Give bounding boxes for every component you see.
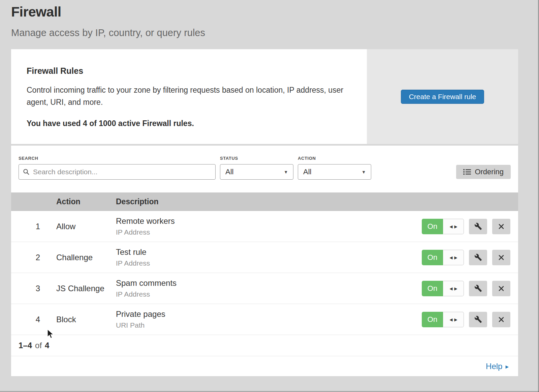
x-icon [498,316,505,323]
firewall-rules-overview-card: Firewall Rules Control incoming traffic … [11,49,518,144]
delete-rule-button[interactable] [492,281,510,296]
rule-match-type: IP Address [116,228,422,236]
edit-rule-button[interactable] [469,219,487,234]
status-select-value: All [225,168,233,176]
toggle-state-label[interactable]: On [422,219,443,234]
search-field: SEARCH [19,156,216,180]
rule-description-cell: Private pages URI Path [116,309,422,329]
toggle-arrows-icon: ◂ ▸ [449,254,457,261]
toggle-arrows-icon: ◂ ▸ [449,285,457,292]
table-row: 3 JS Challenge Spam comments IP Address … [11,273,518,304]
edit-rule-button[interactable] [469,250,487,265]
rule-controls: On ◂ ▸ [422,281,518,296]
help-label: Help [486,362,502,371]
pagination-of: of [35,341,42,350]
action-label: ACTION [298,156,371,161]
status-select[interactable]: All ▼ [220,164,293,180]
table-row: 4 Block Private pages URI Path On ◂ ▸ [11,304,518,335]
column-header-description: Description [116,197,422,206]
create-firewall-rule-button[interactable]: Create a Firewall rule [401,90,484,104]
rule-description-cell: Spam comments IP Address [116,278,422,298]
search-icon [23,168,30,175]
rule-number: 4 [11,315,56,324]
toggle-state-label[interactable]: On [422,250,443,265]
search-input[interactable] [19,164,216,180]
rule-action: Challenge [56,253,116,262]
x-icon [498,223,505,230]
status-label: STATUS [220,156,293,161]
wrench-icon [474,222,482,230]
rule-description: Remote workers [116,216,422,226]
search-label: SEARCH [19,156,216,161]
column-header-action: Action [56,197,116,206]
page-subtitle: Manage access by IP, country, or query r… [11,27,539,38]
rule-match-type: URI Path [116,321,422,329]
delete-rule-button[interactable] [492,250,510,265]
overview-description: Control incoming traffic to your zone by… [27,84,363,108]
rule-enabled-toggle[interactable]: On ◂ ▸ [422,250,464,265]
ordering-label: Ordering [475,168,504,176]
page-title: Firewall [11,4,539,20]
list-icon [463,169,471,175]
rule-action: JS Challenge [56,284,116,293]
pagination-total: 4 [45,341,49,350]
toggle-knob[interactable]: ◂ ▸ [443,312,464,327]
overview-action-panel: Create a Firewall rule [367,49,518,144]
rule-enabled-toggle[interactable]: On ◂ ▸ [422,312,464,327]
toggle-knob[interactable]: ◂ ▸ [443,250,464,265]
overview-usage: You have used 4 of 1000 active Firewall … [27,119,367,128]
rule-description: Test rule [116,247,422,257]
firewall-page: Firewall Manage access by IP, country, o… [0,0,539,392]
pagination-range: 1–4 [19,341,32,350]
x-icon [498,285,505,292]
search-input-wrap [19,164,216,180]
chevron-down-icon: ▼ [284,170,288,175]
help-link[interactable]: Help ▸ [486,362,509,371]
rule-enabled-toggle[interactable]: On ◂ ▸ [422,281,464,296]
firewall-rules-list-card: SEARCH STATUS All [11,146,518,376]
status-field: STATUS All ▼ [220,156,293,180]
delete-rule-button[interactable] [492,219,510,234]
mouse-cursor [46,329,55,339]
rule-description: Spam comments [116,278,422,288]
help-row: Help ▸ [11,356,518,376]
rule-controls: On ◂ ▸ [422,250,518,265]
overview-heading: Firewall Rules [27,66,367,76]
ordering-button[interactable]: Ordering [456,165,511,179]
wrench-icon [474,253,482,261]
chevron-down-icon: ▼ [361,170,366,175]
rule-controls: On ◂ ▸ [422,312,518,327]
rule-match-type: IP Address [116,290,422,298]
rule-number: 3 [11,284,56,293]
action-select[interactable]: All ▼ [298,164,371,180]
toggle-state-label[interactable]: On [422,312,443,327]
edit-rule-button[interactable] [469,281,487,296]
help-arrow-icon: ▸ [505,363,509,370]
table-row: 2 Challenge Test rule IP Address On ◂ ▸ [11,242,518,273]
table-header: Action Description [11,192,518,211]
x-icon [498,254,505,261]
table-row: 1 Allow Remote workers IP Address On ◂ ▸ [11,211,518,242]
toggle-knob[interactable]: ◂ ▸ [443,219,464,234]
delete-rule-button[interactable] [492,312,510,327]
content: Firewall Rules Control incoming traffic … [11,49,518,376]
filters-bar: SEARCH STATUS All [11,146,518,192]
toggle-state-label[interactable]: On [422,281,443,296]
rule-description-cell: Test rule IP Address [116,247,422,267]
page-header: Firewall Manage access by IP, country, o… [0,0,539,38]
toggle-arrows-icon: ◂ ▸ [449,223,457,230]
rule-number: 2 [11,253,56,262]
rule-enabled-toggle[interactable]: On ◂ ▸ [422,219,464,234]
action-select-value: All [303,168,311,176]
action-field: ACTION All ▼ [298,156,371,180]
rule-description-cell: Remote workers IP Address [116,216,422,236]
edit-rule-button[interactable] [469,312,487,327]
wrench-icon [474,315,482,323]
toggle-knob[interactable]: ◂ ▸ [443,281,464,296]
rule-action: Block [56,315,116,324]
rule-controls: On ◂ ▸ [422,219,518,234]
rule-action: Allow [56,222,116,231]
rule-match-type: IP Address [116,259,422,267]
toggle-arrows-icon: ◂ ▸ [449,316,457,323]
rule-number: 1 [11,222,56,231]
